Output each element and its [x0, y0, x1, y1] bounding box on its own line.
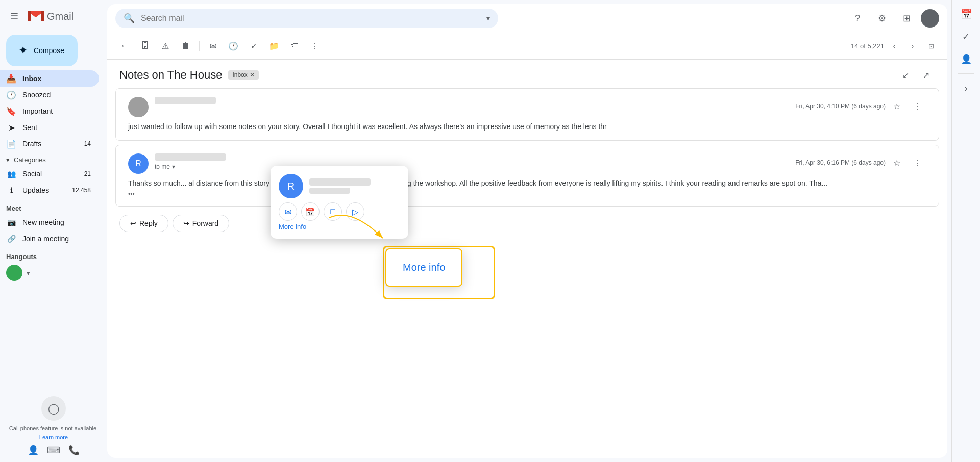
email1-more-button[interactable]: ⋮: [908, 97, 926, 115]
gmail-logo-icon: [27, 9, 45, 23]
thread-open-button[interactable]: ↗: [917, 66, 935, 84]
right-panel-expand-button[interactable]: ›: [956, 78, 976, 98]
more-options-button[interactable]: ⋮: [306, 37, 324, 55]
email-meta-2: to me ▾: [155, 153, 789, 170]
add-tasks-button[interactable]: ✓: [244, 37, 263, 55]
sender-name-2: [155, 153, 226, 161]
next-page-button[interactable]: ›: [904, 38, 921, 54]
right-panel-contacts-button[interactable]: 👤: [956, 49, 976, 69]
phone-section: ◯ Call phones feature is not available. …: [0, 390, 107, 462]
inbox-badge-label: Inbox: [232, 71, 247, 79]
sidebar-item-important[interactable]: 🔖 Important: [0, 103, 99, 119]
popup-video-button[interactable]: ▷: [346, 202, 364, 221]
email-header-2: R to me ▾ Fri, Apr 30, 6:16 PM (6 days a…: [128, 153, 926, 174]
hangout-user[interactable]: ▾: [0, 263, 107, 283]
email-time-1: Fri, Apr 30, 4:10 PM (6 days ago): [795, 102, 886, 110]
pagination: 14 of 5,221 ‹ › ⊡: [851, 38, 939, 54]
sidebar-item-join-meeting[interactable]: 🔗 Join a meeting: [0, 230, 99, 247]
popup-avatar: R: [279, 174, 303, 198]
phone-icons-row: 👤 ⌨ 📞: [6, 445, 101, 456]
drafts-icon: 📄: [6, 139, 16, 149]
categories-section-header[interactable]: ▾ Categories: [0, 152, 107, 166]
compose-label: Compose: [34, 46, 64, 55]
forward-button[interactable]: ↪ Forward: [173, 215, 229, 232]
new-meeting-icon: 📷: [6, 218, 16, 226]
sidebar-item-updates[interactable]: ℹ Updates 12,458: [0, 182, 99, 198]
view-options-button[interactable]: ⊡: [923, 38, 939, 54]
move-to-button[interactable]: 📁: [265, 37, 283, 55]
sender-name-1: [155, 97, 216, 104]
compose-plus-icon: ✦: [18, 44, 28, 57]
email2-expand-dots[interactable]: •••: [128, 191, 926, 198]
inbox-badge[interactable]: Inbox ✕: [228, 70, 258, 80]
hamburger-menu[interactable]: ☰: [4, 6, 24, 27]
email2-expand-icon[interactable]: ▾: [172, 163, 175, 170]
main-content: 🔍 ▾ ? ⚙ ⊞ ← 🗄 ⚠ 🗑 ✉ 🕐 ✓ 📁 🏷 ⋮ 14 of 5,22…: [107, 4, 947, 458]
snoozed-label: Snoozed: [22, 91, 91, 99]
compose-button[interactable]: ✦ Compose: [6, 35, 78, 66]
prev-page-button[interactable]: ‹: [886, 38, 902, 54]
more-info-label: More info: [403, 262, 445, 273]
popup-header: R: [279, 174, 400, 198]
important-icon: 🔖: [6, 107, 16, 116]
delete-button[interactable]: 🗑: [177, 37, 195, 55]
email2-to: to me: [155, 163, 170, 170]
phone-learn-more-link[interactable]: Learn more: [39, 434, 68, 440]
archive-button[interactable]: 🗄: [136, 37, 154, 55]
email-header-right-2: Fri, Apr 30, 6:16 PM (6 days ago) ☆ ⋮: [795, 153, 926, 172]
email1-star-button[interactable]: ☆: [888, 97, 906, 115]
sidebar-item-social[interactable]: 👥 Social 21: [0, 166, 99, 182]
sidebar-item-snoozed[interactable]: 🕐 Snoozed: [0, 87, 99, 103]
topbar: 🔍 ▾ ? ⚙ ⊞: [107, 4, 947, 33]
support-button[interactable]: ?: [847, 8, 868, 29]
right-panel-tasks-button[interactable]: ✓: [956, 27, 976, 47]
search-bar[interactable]: 🔍 ▾: [115, 9, 498, 28]
popup-more-info-link[interactable]: More info: [279, 223, 400, 230]
apps-button[interactable]: ⊞: [896, 8, 917, 29]
inbox-icon: 📥: [6, 74, 16, 84]
popup-calendar-button[interactable]: 📅: [301, 202, 320, 221]
phone-dialpad-icon[interactable]: ⌨: [47, 445, 60, 456]
sidebar: ☰ Gmail ✦ Compose 📥 Inbox 🕐 Snoozed 🔖 Im: [0, 0, 107, 462]
settings-button[interactable]: ⚙: [872, 8, 892, 29]
sidebar-item-sent[interactable]: ➤ Sent: [0, 119, 99, 136]
right-panel-calendar-button[interactable]: 📅: [956, 4, 976, 24]
phone-call-icon[interactable]: 📞: [68, 445, 80, 456]
thread-print-button[interactable]: ↙: [896, 66, 915, 84]
phone-unavailable-text: Call phones feature is not available.: [6, 425, 101, 432]
popup-contact-name: [309, 178, 371, 186]
email-excerpt-1: just wanted to follow up with some notes…: [128, 121, 926, 132]
sidebar-item-inbox[interactable]: 📥 Inbox: [0, 70, 99, 87]
forward-label: Forward: [192, 219, 218, 227]
important-label: Important: [22, 107, 91, 115]
more-info-popup[interactable]: More info: [385, 248, 462, 287]
hangouts-section-label: Hangouts: [0, 249, 107, 263]
email-header-1: Fri, Apr 30, 4:10 PM (6 days ago) ☆ ⋮: [128, 97, 926, 117]
email-message-2: R to me ▾ Fri, Apr 30, 6:16 PM (6 days a…: [115, 145, 939, 207]
snooze-button[interactable]: 🕐: [224, 37, 242, 55]
phone-add-contact-icon[interactable]: 👤: [28, 445, 39, 456]
phone-circle: ◯: [41, 396, 66, 421]
sidebar-item-new-meeting[interactable]: 📷 New meeting: [0, 214, 99, 230]
email-message-1: Fri, Apr 30, 4:10 PM (6 days ago) ☆ ⋮ ju…: [115, 88, 939, 141]
email2-more-button[interactable]: ⋮: [908, 153, 926, 172]
mark-read-button[interactable]: ✉: [204, 37, 222, 55]
popup-chat-button[interactable]: □: [324, 202, 342, 221]
email2-star-button[interactable]: ☆: [888, 153, 906, 172]
search-dropdown-icon[interactable]: ▾: [486, 14, 490, 22]
search-input[interactable]: [141, 14, 480, 23]
label-button[interactable]: 🏷: [285, 37, 304, 55]
updates-label: Updates: [22, 186, 66, 194]
reply-button[interactable]: ↩ Reply: [119, 215, 168, 232]
user-avatar[interactable]: [921, 9, 939, 28]
report-spam-button[interactable]: ⚠: [156, 37, 175, 55]
sender-avatar-1: [128, 97, 149, 117]
snoozed-icon: 🕐: [6, 90, 16, 100]
thread-actions-right: ↙ ↗: [896, 66, 935, 84]
topbar-right: ? ⚙ ⊞: [847, 8, 939, 29]
hangout-username: ▾: [27, 269, 30, 277]
sidebar-item-drafts[interactable]: 📄 Drafts 14: [0, 136, 99, 152]
popup-email-button[interactable]: ✉: [279, 202, 297, 221]
inbox-badge-close-icon[interactable]: ✕: [250, 71, 255, 79]
back-button[interactable]: ←: [115, 37, 134, 55]
